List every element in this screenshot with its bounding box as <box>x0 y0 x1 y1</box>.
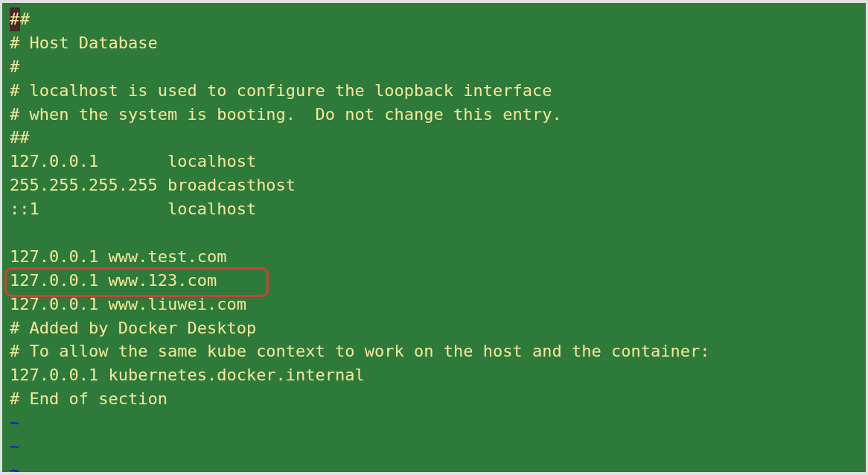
file-line: 127.0.0.1 localhost <box>10 150 863 173</box>
file-line: # End of section <box>10 387 863 411</box>
vim-empty-line: ~ <box>10 411 863 435</box>
file-line: ## <box>10 7 863 31</box>
file-line: 255.255.255.255 broadcasthost <box>10 173 863 197</box>
file-line: # localhost is used to configure the loo… <box>10 79 863 103</box>
file-line: ::1 localhost <box>10 197 863 221</box>
terminal-editor[interactable]: ### Host Database## localhost is used to… <box>2 3 866 472</box>
file-line: 127.0.0.1 www.test.com <box>10 245 863 269</box>
file-line: # <box>10 55 863 79</box>
file-line: ## <box>10 126 863 150</box>
file-line: 127.0.0.1 www.liuwei.com <box>10 293 863 316</box>
vim-empty-line: ~ <box>10 459 863 472</box>
file-line: 127.0.0.1 kubernetes.docker.internal <box>10 363 863 387</box>
cursor-block: # <box>10 7 20 31</box>
file-line: # Added by Docker Desktop <box>10 316 863 340</box>
vim-empty-line: ~ <box>10 435 863 459</box>
file-line: # To allow the same kube context to work… <box>10 339 863 363</box>
file-line <box>10 221 863 245</box>
file-line: 127.0.0.1 www.123.com <box>10 269 863 293</box>
file-line: # when the system is booting. Do not cha… <box>10 103 863 127</box>
file-line: # Host Database <box>10 31 863 55</box>
